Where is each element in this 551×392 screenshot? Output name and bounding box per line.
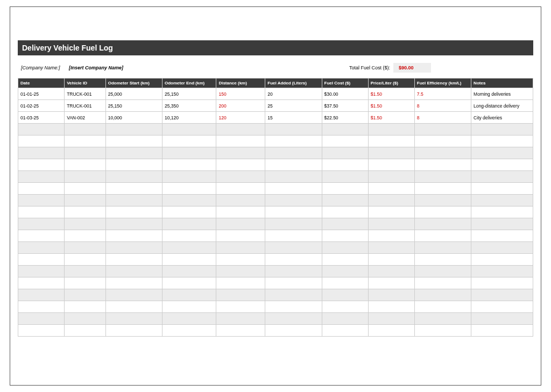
table-row-empty[interactable] [18,218,533,230]
empty-cell[interactable] [162,254,216,266]
empty-cell[interactable] [18,301,65,313]
empty-cell[interactable] [322,277,368,289]
cell-fuel-cost[interactable]: $30.00 [322,88,368,100]
cell-distance[interactable]: 150 [216,88,265,100]
empty-cell[interactable] [322,136,368,147]
empty-cell[interactable] [265,124,322,136]
empty-cell[interactable] [322,183,368,195]
table-row-empty[interactable] [18,206,533,218]
empty-cell[interactable] [322,171,368,183]
empty-cell[interactable] [471,171,533,183]
table-row-empty[interactable] [18,147,533,159]
empty-cell[interactable] [368,254,414,266]
empty-cell[interactable] [216,301,265,313]
empty-cell[interactable] [216,266,265,277]
empty-cell[interactable] [368,195,414,206]
empty-cell[interactable] [414,183,471,195]
table-row-empty[interactable] [18,266,533,277]
empty-cell[interactable] [322,230,368,242]
empty-cell[interactable] [216,159,265,171]
empty-cell[interactable] [265,254,322,266]
empty-cell[interactable] [265,230,322,242]
empty-cell[interactable] [162,242,216,254]
empty-cell[interactable] [414,325,471,337]
empty-cell[interactable] [18,218,65,230]
empty-cell[interactable] [162,171,216,183]
cell-vehicle[interactable]: TRUCK-001 [65,88,106,100]
empty-cell[interactable] [265,289,322,301]
cell-date[interactable]: 01-03-25 [18,112,65,124]
empty-cell[interactable] [322,289,368,301]
empty-cell[interactable] [471,230,533,242]
empty-cell[interactable] [65,242,106,254]
empty-cell[interactable] [471,195,533,206]
empty-cell[interactable] [414,301,471,313]
cell-price-liter[interactable]: $1.50 [368,100,414,112]
empty-cell[interactable] [65,289,106,301]
empty-cell[interactable] [105,301,162,313]
empty-cell[interactable] [322,313,368,325]
empty-cell[interactable] [471,242,533,254]
empty-cell[interactable] [18,124,65,136]
empty-cell[interactable] [471,147,533,159]
table-row[interactable]: 01-02-25TRUCK-00125,15025,35020025$37.50… [18,100,533,112]
empty-cell[interactable] [414,254,471,266]
empty-cell[interactable] [471,183,533,195]
empty-cell[interactable] [65,254,106,266]
table-row-empty[interactable] [18,242,533,254]
empty-cell[interactable] [65,171,106,183]
empty-cell[interactable] [216,289,265,301]
empty-cell[interactable] [105,230,162,242]
empty-cell[interactable] [471,266,533,277]
empty-cell[interactable] [414,242,471,254]
empty-cell[interactable] [368,325,414,337]
empty-cell[interactable] [471,159,533,171]
empty-cell[interactable] [105,266,162,277]
cell-date[interactable]: 01-02-25 [18,100,65,112]
empty-cell[interactable] [162,159,216,171]
empty-cell[interactable] [105,171,162,183]
empty-cell[interactable] [65,124,106,136]
empty-cell[interactable] [368,313,414,325]
empty-cell[interactable] [265,171,322,183]
empty-cell[interactable] [105,289,162,301]
empty-cell[interactable] [65,218,106,230]
company-name-value[interactable]: [Insert Company Name] [69,65,123,70]
empty-cell[interactable] [162,266,216,277]
empty-cell[interactable] [414,171,471,183]
empty-cell[interactable] [105,124,162,136]
empty-cell[interactable] [65,301,106,313]
table-row-empty[interactable] [18,277,533,289]
empty-cell[interactable] [414,195,471,206]
empty-cell[interactable] [216,218,265,230]
cell-ostart[interactable]: 25,150 [105,100,162,112]
empty-cell[interactable] [322,254,368,266]
empty-cell[interactable] [265,242,322,254]
empty-cell[interactable] [162,136,216,147]
empty-cell[interactable] [471,277,533,289]
empty-cell[interactable] [162,325,216,337]
empty-cell[interactable] [162,218,216,230]
empty-cell[interactable] [368,159,414,171]
empty-cell[interactable] [265,313,322,325]
empty-cell[interactable] [414,218,471,230]
empty-cell[interactable] [265,136,322,147]
cell-fuel-added[interactable]: 25 [265,100,322,112]
empty-cell[interactable] [18,147,65,159]
empty-cell[interactable] [105,136,162,147]
empty-cell[interactable] [18,206,65,218]
empty-cell[interactable] [322,159,368,171]
empty-cell[interactable] [322,301,368,313]
empty-cell[interactable] [162,195,216,206]
empty-cell[interactable] [414,159,471,171]
empty-cell[interactable] [18,136,65,147]
cell-vehicle[interactable]: VAN-002 [65,112,106,124]
table-row-empty[interactable] [18,254,533,266]
empty-cell[interactable] [162,301,216,313]
table-row-empty[interactable] [18,313,533,325]
empty-cell[interactable] [322,206,368,218]
empty-cell[interactable] [18,313,65,325]
empty-cell[interactable] [105,218,162,230]
empty-cell[interactable] [105,206,162,218]
table-row-empty[interactable] [18,301,533,313]
